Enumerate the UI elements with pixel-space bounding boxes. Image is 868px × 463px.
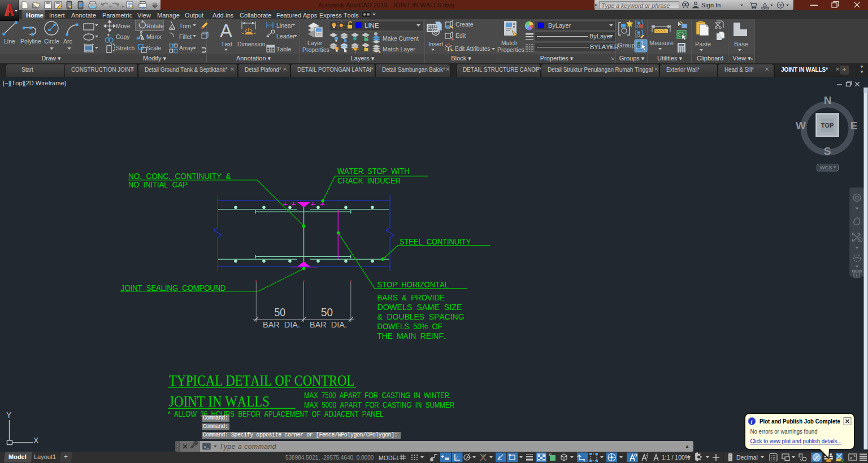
svg-text:Scale: Scale: [146, 45, 161, 51]
svg-text:TOP: TOP: [821, 122, 834, 129]
svg-text:No errors or warnings found: No errors or warnings found: [750, 428, 818, 435]
svg-text:STOP HORIZONTAL: STOP HORIZONTAL: [377, 279, 449, 289]
svg-text:Copy: Copy: [116, 33, 130, 40]
svg-text:Trim: Trim: [179, 23, 191, 29]
svg-text:& DOUBLES SPACING: & DOUBLES SPACING: [377, 312, 465, 321]
svg-text:CRACK INDUCER: CRACK INDUCER: [337, 176, 401, 185]
svg-text:Text: Text: [221, 41, 233, 47]
svg-text:X: X: [33, 436, 39, 445]
svg-text:Array: Array: [179, 45, 194, 51]
svg-text:Leader: Leader: [276, 33, 295, 40]
svg-text:ByLayer: ByLayer: [589, 33, 613, 40]
svg-text:LINE: LINE: [364, 22, 379, 29]
svg-text:Edit Attributes: Edit Attributes: [455, 46, 490, 52]
svg-text:Stretch: Stretch: [116, 45, 134, 51]
svg-text:A: A: [220, 20, 232, 41]
svg-text:Make Current: Make Current: [383, 35, 419, 42]
svg-text:S: S: [824, 145, 831, 157]
svg-text:Paste: Paste: [695, 41, 711, 47]
svg-text:Polyline: Polyline: [20, 38, 41, 45]
svg-text:Fillet: Fillet: [179, 33, 192, 40]
svg-text:W: W: [796, 120, 806, 132]
svg-text:Linear: Linear: [276, 22, 293, 29]
svg-text:NO INITIAL GAP: NO INITIAL GAP: [128, 180, 188, 189]
svg-text:DOWELS SAME SIZE: DOWELS SAME SIZE: [377, 302, 462, 312]
svg-text:BAR DIA.: BAR DIA.: [263, 320, 300, 329]
svg-text:JOINT SEALING COMPOUND: JOINT SEALING COMPOUND: [121, 283, 226, 292]
svg-text:Sign In: Sign In: [701, 2, 721, 8]
svg-text:Line: Line: [4, 38, 15, 45]
svg-text:Y: Y: [6, 410, 12, 420]
svg-text:Edit: Edit: [455, 32, 466, 39]
svg-text:Measure: Measure: [649, 40, 674, 46]
svg-text:Table: Table: [276, 46, 291, 53]
svg-text:BYLAYER: BYLAYER: [590, 43, 619, 50]
svg-text:Properties: Properties: [302, 46, 329, 53]
svg-text:Match: Match: [501, 40, 518, 46]
svg-text:Move: Move: [116, 23, 131, 29]
svg-text:BAR DIA.: BAR DIA.: [310, 320, 347, 329]
svg-text:STEEL CONTINUITY: STEEL CONTINUITY: [400, 237, 471, 246]
svg-text:JOINT IN WALLS: JOINT IN WALLS: [169, 392, 270, 410]
svg-text:Decimal: Decimal: [736, 454, 758, 461]
svg-text:Group: Group: [618, 42, 635, 49]
svg-text:Base: Base: [734, 41, 748, 47]
svg-text:Dimension: Dimension: [237, 41, 266, 47]
svg-text:DOWELS 50% OF: DOWELS 50% OF: [377, 321, 442, 331]
svg-text:>_: >_: [204, 444, 210, 449]
svg-text:Create: Create: [455, 21, 474, 28]
svg-text:TYPICAL DETAIL OF CONTROL: TYPICAL DETAIL OF CONTROL: [169, 372, 354, 389]
svg-text:WATER STOP WITH: WATER STOP WITH: [337, 166, 410, 176]
svg-text:Rotate: Rotate: [146, 23, 164, 29]
svg-text:50: 50: [275, 305, 286, 318]
svg-text:Plot and Publish Job Complete: Plot and Publish Job Complete: [760, 418, 840, 425]
svg-text:E: E: [850, 120, 858, 132]
svg-text:MAX 7500 APART FOR CASTING: MAX 7500 APART FOR CASTING IN WINTER: [304, 391, 449, 400]
svg-text:Insert: Insert: [428, 41, 443, 47]
svg-text:BARS & PROVIDE: BARS & PROVIDE: [377, 292, 445, 302]
svg-text:Mirror: Mirror: [146, 33, 162, 40]
svg-text:?: ?: [779, 2, 782, 8]
svg-text:N: N: [824, 94, 832, 106]
svg-text:i: i: [751, 419, 753, 425]
svg-text:THE MAIN REINF.: THE MAIN REINF.: [377, 331, 446, 340]
svg-text:50: 50: [321, 305, 333, 318]
svg-text:Properties: Properties: [497, 46, 524, 53]
svg-text:MAX 5000 APART FOR CASTING: MAX 5000 APART FOR CASTING IN SUMMER: [304, 400, 454, 409]
svg-text:1:1 / 100%: 1:1 / 100%: [662, 454, 690, 461]
svg-text:WCS: WCS: [820, 164, 832, 171]
svg-text:* ALLOW 36 HOURS BEFOR AP: * ALLOW 36 HOURS BEFOR APLACEMENT OF ADJ…: [168, 409, 384, 418]
svg-text:ByLayer: ByLayer: [548, 22, 571, 29]
svg-text:Circle: Circle: [44, 38, 59, 45]
svg-text:Layer: Layer: [307, 40, 323, 46]
svg-text:Arc: Arc: [63, 38, 72, 45]
svg-text:Match Layer: Match Layer: [383, 46, 415, 53]
svg-text:Click to view plot and publish: Click to view plot and publish details..…: [750, 438, 842, 444]
